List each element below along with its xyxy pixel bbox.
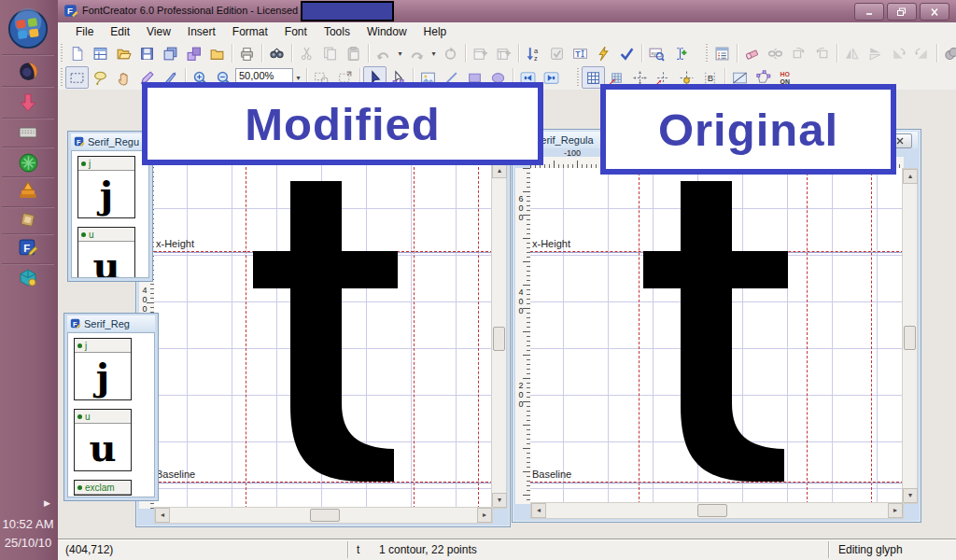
taskbar-expand-arrow[interactable]: ▶: [44, 498, 50, 508]
toolbar-grip[interactable]: [61, 44, 63, 63]
dropdown-arrow-icon[interactable]: ▾: [293, 74, 303, 82]
advance-width-guide[interactable]: [478, 162, 479, 509]
start-button[interactable]: [0, 6, 56, 52]
eraser-button[interactable]: [740, 42, 764, 64]
dropdown-arrow-icon[interactable]: ▾: [395, 49, 405, 58]
left-bearing-guide[interactable]: [639, 168, 640, 504]
wand-button[interactable]: [592, 42, 615, 64]
menu-help[interactable]: Help: [415, 23, 456, 40]
rotr-button[interactable]: [910, 42, 934, 64]
copy-button[interactable]: [318, 42, 342, 64]
taskbar-item-system[interactable]: [0, 265, 56, 291]
rotl-button[interactable]: [887, 42, 910, 64]
glyph-canvas[interactable]: x-Height Baseline: [530, 168, 904, 504]
rotminus-button[interactable]: [810, 42, 834, 64]
scroll-down-icon[interactable]: ▾: [492, 493, 507, 508]
paste-button[interactable]: [342, 42, 365, 64]
right-bearing-guide[interactable]: [807, 168, 808, 504]
save-button[interactable]: [135, 42, 159, 64]
scroll-right-icon[interactable]: ▸: [477, 508, 492, 523]
find-button[interactable]: [265, 42, 288, 64]
overview-button[interactable]: [89, 42, 112, 64]
baseline-guide[interactable]: [154, 482, 493, 483]
taskbar-item-burner[interactable]: [0, 178, 56, 204]
menu-window[interactable]: Window: [358, 23, 415, 40]
check-button[interactable]: [615, 42, 639, 64]
scroll-up-icon[interactable]: ▴: [903, 169, 918, 184]
props-button[interactable]: [710, 42, 734, 64]
menu-format[interactable]: Format: [224, 23, 276, 40]
redo-button[interactable]: [405, 42, 429, 64]
cut-button[interactable]: [295, 42, 318, 64]
menu-tools[interactable]: Tools: [316, 23, 358, 40]
rotplus-button[interactable]: [787, 42, 810, 64]
lasso-button[interactable]: [89, 66, 112, 89]
toolbar-grip[interactable]: [706, 44, 708, 63]
marquee-button[interactable]: [65, 66, 89, 89]
unlink-button[interactable]: [764, 42, 787, 64]
taskbar-item-network[interactable]: [0, 149, 56, 175]
overview-window-2[interactable]: F Serif_Reg j j u u exclam: [63, 313, 159, 501]
right-bearing-guide[interactable]: [414, 162, 415, 509]
fliph-button[interactable]: [840, 42, 864, 64]
toolbar-grip[interactable]: [61, 68, 63, 87]
taskbar-item-browser[interactable]: [0, 58, 56, 84]
glyphadd2-button[interactable]: [492, 42, 515, 64]
minimize-button[interactable]: [854, 3, 884, 21]
menu-font[interactable]: Font: [276, 23, 316, 40]
print-button[interactable]: [235, 42, 259, 64]
horizontal-scrollbar[interactable]: ◂ ▸: [530, 502, 904, 519]
scroll-left-icon[interactable]: ◂: [155, 508, 170, 523]
horizontal-scroll-thumb[interactable]: [697, 504, 727, 517]
glyph-canvas[interactable]: x-Height Baseline: [154, 162, 493, 509]
glyph-cell-j[interactable]: j j: [77, 156, 135, 218]
xyzzoom-button[interactable]: xyz: [645, 42, 668, 64]
scroll-left-icon[interactable]: ◂: [531, 503, 546, 518]
vertical-scroll-thumb[interactable]: [493, 327, 505, 351]
scroll-down-icon[interactable]: ▾: [903, 488, 918, 503]
scroll-up-icon[interactable]: ▴: [492, 163, 507, 178]
baseline-guide[interactable]: [530, 482, 904, 483]
glyphadd1-button[interactable]: [469, 42, 492, 64]
overview-window-1-titlebar[interactable]: F Serif_Regu: [71, 133, 149, 149]
pkg-button[interactable]: [182, 42, 205, 64]
new-button[interactable]: [65, 42, 89, 64]
textinput-button[interactable]: T: [569, 42, 592, 64]
saveall-button[interactable]: [159, 42, 182, 64]
open-button[interactable]: [112, 42, 135, 64]
revert-button[interactable]: [439, 42, 462, 64]
glyph-cell-u[interactable]: u u: [74, 409, 132, 471]
menu-view[interactable]: View: [138, 23, 179, 40]
close-button[interactable]: [920, 3, 949, 21]
boolunion-button[interactable]: [940, 42, 956, 64]
dropdown-arrow-icon[interactable]: ▾: [429, 49, 439, 58]
flipv-button[interactable]: [864, 42, 887, 64]
undo-button[interactable]: [372, 42, 395, 64]
hand-button[interactable]: [112, 66, 135, 89]
left-bearing-guide[interactable]: [246, 162, 246, 509]
horizontal-scrollbar[interactable]: ◂ ▸: [154, 507, 493, 524]
glyph-cell-u[interactable]: u u: [77, 227, 135, 278]
taskbar-item-archive[interactable]: [0, 208, 56, 232]
glyph-edit-window-modified[interactable]: ◥ 6 0 0 4 0 0 2 0 0 x-Height Baseline: [135, 131, 511, 527]
vertical-scrollbar[interactable]: ▴ ▾: [491, 162, 507, 509]
taskbar-item-fontcreator[interactable]: F: [0, 235, 56, 261]
overview-window-2-titlebar[interactable]: F Serif_Reg: [67, 315, 155, 331]
glyph-edit-window-original[interactable]: F Serif_Regula its -100 ◥ 6 0 0 4 0 0: [512, 129, 921, 523]
taskbar-item-keyboard[interactable]: [0, 120, 56, 145]
taskbar-item-downloads[interactable]: [0, 90, 56, 116]
vertical-scroll-thumb[interactable]: [904, 326, 916, 350]
vertical-scrollbar[interactable]: ▴ ▾: [902, 168, 918, 504]
validate-button[interactable]: [545, 42, 569, 64]
scroll-right-icon[interactable]: ▸: [888, 503, 903, 518]
restore-button[interactable]: [887, 3, 917, 21]
caretplus-button[interactable]: [668, 42, 692, 64]
menu-insert[interactable]: Insert: [179, 23, 224, 40]
glyph-t-outline[interactable]: [643, 181, 788, 482]
overview-window-1[interactable]: F Serif_Regu j j u u: [67, 131, 153, 282]
glyph-cell-exclam[interactable]: exclam: [74, 480, 132, 496]
menu-file[interactable]: File: [67, 23, 102, 40]
menu-edit[interactable]: Edit: [102, 23, 138, 40]
folder-button[interactable]: [205, 42, 229, 64]
sortaz-button[interactable]: az: [522, 42, 545, 64]
